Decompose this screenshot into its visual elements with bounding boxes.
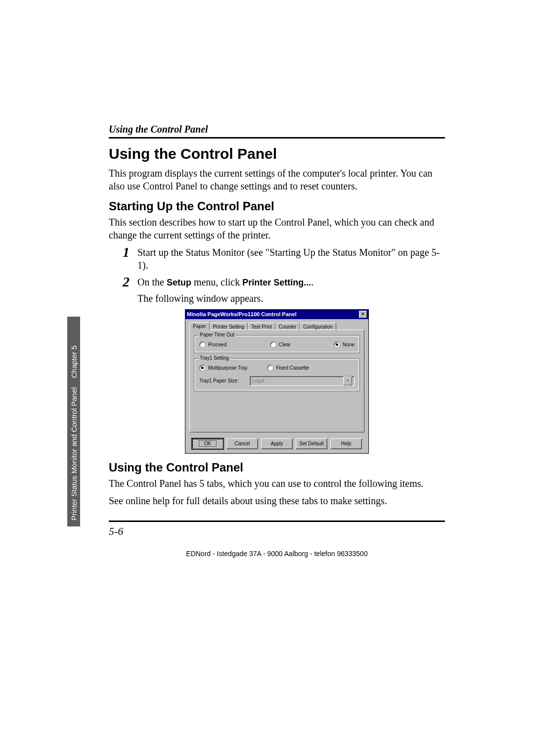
tray1-paper-size-label: Tray1 Paper Size: <box>199 378 245 383</box>
radio-clear-label: Clear <box>279 342 291 347</box>
dialog-screenshot: Minolta PageWorks/Pro1100 Control Panel … <box>109 309 445 454</box>
step-2-frag-a: On the <box>137 277 167 287</box>
dialog-button-row: OK Cancel Apply Set Default Help <box>185 435 368 453</box>
running-head: Using the Control Panel <box>109 124 445 135</box>
tab-panel-paper: Paper Time Out Proceed Clear <box>189 330 364 432</box>
heading-1: Using the Control Panel <box>109 145 445 162</box>
help-button[interactable]: Help <box>330 438 362 449</box>
radio-fixed-cassette-label: Fixed Cassette <box>276 365 309 371</box>
group-paper-timeout: Paper Time Out Proceed Clear <box>194 335 360 353</box>
set-default-button[interactable]: Set Default <box>296 438 327 449</box>
radio-none[interactable]: None <box>334 341 355 348</box>
paragraph-5tabs: The Control Panel has 5 tabs, which you … <box>109 477 445 490</box>
step-2: 2 On the Setup menu, click Printer Setti… <box>123 276 445 289</box>
intro-paragraph: This program displays the current settin… <box>109 167 445 192</box>
tray1-paper-size-select[interactable]: Legal ▼ <box>250 376 355 386</box>
radio-icon <box>334 341 340 348</box>
step-2-frag-c: menu, click <box>191 277 242 287</box>
paragraph-online-help: See online help for full details about u… <box>109 495 445 508</box>
step-2-frag-b: Setup <box>167 278 191 287</box>
ok-button[interactable]: OK <box>192 438 223 449</box>
radio-icon <box>267 365 273 371</box>
cancel-button[interactable]: Cancel <box>226 438 258 449</box>
document-page: Using the Control Panel Using the Contro… <box>0 0 534 756</box>
footer-rule <box>109 520 445 522</box>
chevron-down-icon[interactable]: ▼ <box>343 377 352 385</box>
control-panel-dialog: Minolta PageWorks/Pro1100 Control Panel … <box>185 309 369 454</box>
tray1-paper-size-row: Tray1 Paper Size: Legal ▼ <box>199 376 355 386</box>
radio-clear[interactable]: Clear <box>270 341 291 348</box>
radio-proceed-label: Proceed <box>208 342 226 347</box>
group-tray1-legend: Tray1 Setting <box>198 355 230 361</box>
radio-icon <box>199 365 206 371</box>
tab-paper[interactable]: Paper <box>189 322 210 330</box>
radio-icon <box>270 341 276 348</box>
page-number: 5-6 <box>109 525 445 538</box>
step-2-frag-e: . <box>311 277 313 287</box>
dialog-body: Paper Printer Setting Test Print Counter… <box>185 319 368 435</box>
step-1-number: 1 <box>123 245 137 259</box>
step-1: 1 Start up the Status Monitor (see "Star… <box>123 246 445 272</box>
close-icon[interactable]: × <box>359 311 367 318</box>
dialog-titlebar: Minolta PageWorks/Pro1100 Control Panel … <box>185 310 368 319</box>
dialog-title: Minolta PageWorks/Pro1100 Control Panel <box>187 311 297 317</box>
heading-2-using: Using the Control Panel <box>109 461 445 474</box>
step-2-number: 2 <box>123 275 137 289</box>
step-list: 1 Start up the Status Monitor (see "Star… <box>123 246 445 288</box>
step-2-text: On the Setup menu, click Printer Setting… <box>137 276 445 289</box>
heading-2-starting: Starting Up the Control Panel <box>109 199 445 213</box>
paper-timeout-radios: Proceed Clear None <box>199 341 355 348</box>
step-1-text: Start up the Status Monitor (see "Starti… <box>137 246 445 272</box>
tray1-radios: Multipurpose Tray Fixed Cassette <box>199 365 355 371</box>
radio-fixed-cassette[interactable]: Fixed Cassette <box>267 365 309 371</box>
apply-button[interactable]: Apply <box>261 438 293 449</box>
radio-multipurpose-label: Multipurpose Tray <box>208 365 247 371</box>
group-paper-timeout-legend: Paper Time Out <box>198 332 236 337</box>
radio-icon <box>199 341 206 348</box>
header-rule <box>109 137 445 139</box>
dialog-tabs: Paper Printer Setting Test Print Counter… <box>189 322 364 330</box>
ok-button-label: OK <box>199 440 217 447</box>
paragraph-starting: This section describes how to start up t… <box>109 216 445 241</box>
group-tray1-setting: Tray1 Setting Multipurpose Tray Fixed Ca… <box>194 358 360 391</box>
radio-none-label: None <box>343 342 355 347</box>
step-followup: The following window appears. <box>137 293 445 304</box>
radio-proceed[interactable]: Proceed <box>199 341 226 348</box>
step-2-frag-d: Printer Setting... <box>242 278 311 287</box>
tray1-paper-size-value: Legal <box>252 378 264 383</box>
footer-text: EDNord - Istedgade 37A - 9000 Aalborg - … <box>109 550 445 558</box>
radio-multipurpose[interactable]: Multipurpose Tray <box>199 365 247 371</box>
